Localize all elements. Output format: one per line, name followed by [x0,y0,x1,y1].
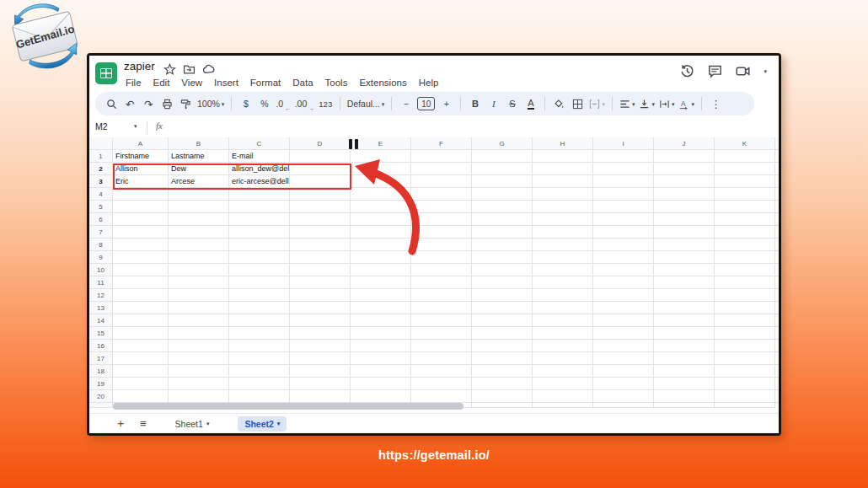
menu-file[interactable]: File [120,77,147,88]
cell-A18[interactable] [113,365,169,378]
cell-B3[interactable]: Arcese [169,175,229,188]
comments-icon[interactable] [708,64,722,78]
row-header-7[interactable]: 7 [89,226,113,239]
fill-color-button[interactable] [550,94,568,114]
cell-D6[interactable] [290,213,351,226]
cell-F5[interactable] [411,201,472,213]
cell-B19[interactable] [169,378,229,390]
decrease-decimal-button[interactable]: .0← [274,94,292,114]
cell-E8[interactable] [351,239,411,251]
row-header-20[interactable]: 20 [89,390,113,403]
cell-H12[interactable] [533,289,593,302]
cell-F15[interactable] [411,327,472,340]
cell-D2[interactable] [290,163,351,175]
cell-C18[interactable] [229,365,290,378]
video-call-icon[interactable] [736,64,750,78]
cell-F1[interactable] [411,150,472,163]
cell-B20[interactable] [169,390,229,403]
cell-G15[interactable] [472,327,533,340]
cell-K17[interactable] [715,352,775,365]
cell-A19[interactable] [113,378,169,390]
cell-J18[interactable] [654,365,715,378]
cell-J6[interactable] [654,213,715,226]
cell-E9[interactable] [351,251,411,264]
cell-J13[interactable] [654,302,715,314]
cell-D1[interactable] [290,150,351,163]
menu-extensions[interactable]: Extensions [353,77,412,88]
cell-C16[interactable] [229,340,290,352]
cell-J7[interactable] [654,226,715,239]
cell-J9[interactable] [654,251,715,264]
cell-D14[interactable] [290,314,351,327]
menu-format[interactable]: Format [244,77,287,88]
cell-K2[interactable] [715,163,775,175]
cell-B6[interactable] [169,213,229,226]
column-header-I[interactable]: I [593,137,654,150]
number-format-button[interactable]: 123 [317,94,335,114]
cell-G14[interactable] [472,314,533,327]
column-header-A[interactable]: A [113,137,169,150]
cell-K5[interactable] [715,201,775,213]
cell-J14[interactable] [654,314,715,327]
cell-I10[interactable] [593,264,654,276]
cell-B18[interactable] [169,365,229,378]
row-header-18[interactable]: 18 [89,365,113,378]
star-icon[interactable] [163,63,176,76]
column-header-B[interactable]: B [169,137,229,150]
cell-K8[interactable] [715,239,775,251]
cell-B1[interactable]: Lastname [169,150,229,163]
cell-C8[interactable] [229,239,290,251]
cell-H6[interactable] [533,213,593,226]
cell-I8[interactable] [593,239,654,251]
cell-F3[interactable] [411,175,472,188]
cell-C1[interactable]: E-mail [229,150,290,163]
cell-H15[interactable] [533,327,593,340]
borders-button[interactable] [569,94,587,114]
cell-A3[interactable]: Eric [113,175,169,188]
cell-B4[interactable] [169,188,229,201]
cell-I1[interactable] [593,150,654,163]
cell-C2[interactable]: allison_dew@dell.com [229,163,290,175]
cell-D13[interactable] [290,302,351,314]
cell-C5[interactable] [229,201,290,213]
cell-J19[interactable] [654,378,715,390]
cell-C12[interactable] [229,289,290,302]
cell-H9[interactable] [533,251,593,264]
cell-G18[interactable] [472,365,533,378]
cell-B11[interactable] [169,276,229,289]
cell-B13[interactable] [169,302,229,314]
cell-G2[interactable] [472,163,533,175]
cell-A11[interactable] [113,276,169,289]
cell-F14[interactable] [411,314,472,327]
text-wrap-button[interactable]: ▾ [657,94,677,114]
cell-E11[interactable] [351,276,411,289]
menu-view[interactable]: View [175,77,208,88]
cell-E15[interactable] [351,327,411,340]
cell-F13[interactable] [411,302,472,314]
cell-B7[interactable] [169,226,229,239]
cell-A16[interactable] [113,340,169,352]
cell-F18[interactable] [411,365,472,378]
cell-F19[interactable] [411,378,472,390]
video-call-caret-icon[interactable]: ▾ [764,68,767,74]
cell-H5[interactable] [533,201,593,213]
cell-E7[interactable] [351,226,411,239]
cell-C17[interactable] [229,352,290,365]
cell-I16[interactable] [593,340,654,352]
zoom-select[interactable]: 100%▾ [196,94,226,114]
column-header-D[interactable]: D [290,137,351,150]
cell-K19[interactable] [715,378,775,390]
redo-button[interactable]: ↷ [140,94,158,114]
cell-D12[interactable] [290,289,351,302]
sheet-tab-sheet1[interactable]: Sheet1▾ [169,416,217,432]
cell-A4[interactable] [113,188,169,201]
horizontal-scrollbar[interactable] [113,403,463,410]
cell-C14[interactable] [229,314,290,327]
row-header-2[interactable]: 2 [89,163,113,175]
italic-button[interactable]: I [485,94,502,114]
sheet-tab-sheet2[interactable]: Sheet2▾ [238,416,287,432]
cell-I2[interactable] [593,163,654,175]
cell-J11[interactable] [654,276,715,289]
cell-B16[interactable] [169,340,229,352]
row-header-11[interactable]: 11 [89,276,113,289]
